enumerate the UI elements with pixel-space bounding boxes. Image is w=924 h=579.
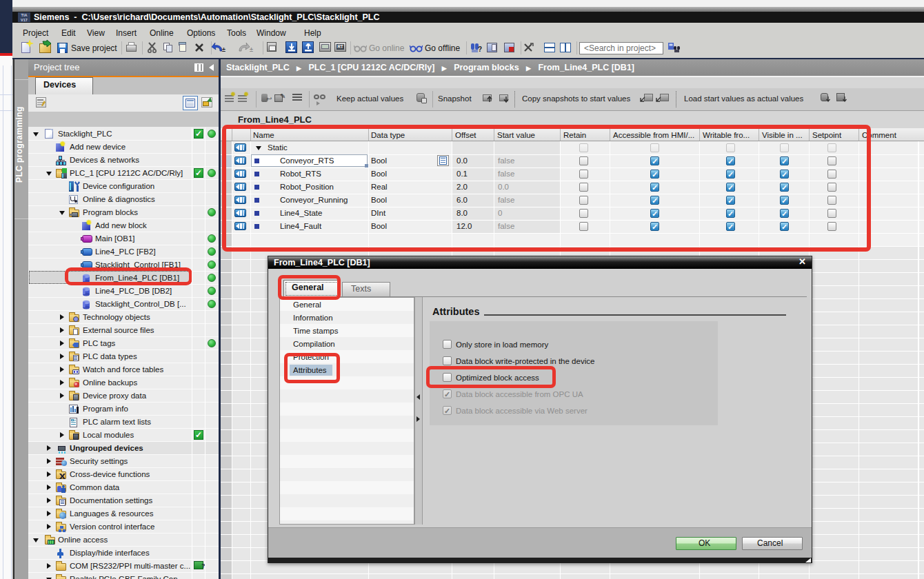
svg-text:±: ± — [250, 46, 253, 53]
svg-text:?: ? — [478, 45, 482, 53]
svg-text:±: ± — [222, 46, 225, 53]
